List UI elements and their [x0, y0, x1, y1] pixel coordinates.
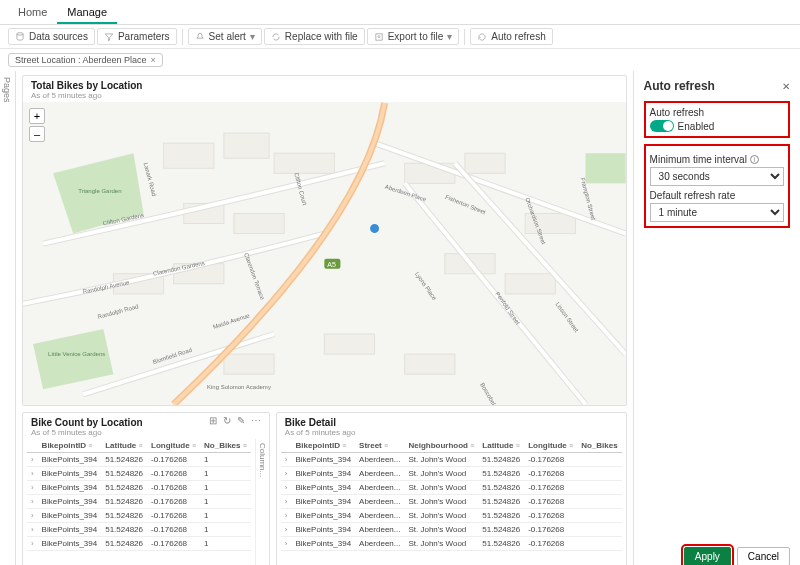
replace-file-button[interactable]: Replace with file: [264, 28, 365, 45]
filter-icon: [104, 32, 114, 42]
default-rate-select[interactable]: 1 minute: [650, 203, 784, 222]
table-row[interactable]: ›BikePoints_394Aberdeen...St. John's Woo…: [281, 495, 622, 509]
pin-icon[interactable]: ✎: [237, 415, 245, 426]
svg-rect-15: [465, 153, 505, 173]
svg-text:Little Venice
Gardens: Little Venice Gardens: [48, 351, 105, 357]
svg-rect-19: [324, 334, 374, 354]
svg-rect-20: [224, 354, 274, 374]
auto-refresh-button[interactable]: Auto refresh: [470, 28, 552, 45]
zoom-out-button[interactable]: –: [29, 126, 45, 142]
tab-manage[interactable]: Manage: [57, 0, 117, 24]
svg-text:Lanark Road: Lanark Road: [143, 162, 158, 197]
filter-pill[interactable]: Street Location : Aberdeen Place ×: [8, 53, 163, 67]
table-row[interactable]: ›BikePoints_39451.524826-0.1762681: [27, 523, 251, 537]
svg-text:Clarendon Terrace: Clarendon Terrace: [243, 252, 266, 301]
table-row[interactable]: ›BikePoints_39451.524826-0.1762681: [27, 453, 251, 467]
svg-rect-4: [585, 153, 625, 183]
tab-home[interactable]: Home: [8, 0, 57, 24]
close-icon[interactable]: ×: [151, 55, 156, 65]
svg-point-0: [17, 32, 23, 35]
svg-text:Triangle
Garden: Triangle Garden: [78, 188, 121, 194]
table-row[interactable]: ›BikePoints_394Aberdeen...St. John's Woo…: [281, 537, 622, 551]
chevron-down-icon: ▾: [447, 31, 452, 42]
refresh-icon: [477, 32, 487, 42]
svg-text:Frampton Street: Frampton Street: [579, 177, 596, 221]
svg-rect-11: [234, 213, 284, 233]
table-row[interactable]: ›BikePoints_39451.524826-0.1762681: [27, 537, 251, 551]
refresh-icon[interactable]: ↻: [223, 415, 231, 426]
export-icon: [374, 32, 384, 42]
replace-icon: [271, 32, 281, 42]
set-alert-button[interactable]: Set alert ▾: [188, 28, 262, 45]
pages-rail[interactable]: Pages: [0, 71, 16, 565]
table-row[interactable]: ›BikePoints_394Aberdeen...St. John's Woo…: [281, 523, 622, 537]
table-row[interactable]: ›BikePoints_39451.524826-0.1762681: [27, 495, 251, 509]
svg-rect-17: [505, 274, 555, 294]
svg-rect-9: [274, 153, 334, 173]
data-sources-button[interactable]: Data sources: [8, 28, 95, 45]
auto-refresh-toggle[interactable]: [650, 120, 674, 132]
zoom-in-button[interactable]: +: [29, 108, 45, 124]
svg-text:Boscobel Street: Boscobel Street: [479, 382, 506, 406]
svg-text:Penfold Street: Penfold Street: [494, 291, 521, 326]
auto-refresh-panel: Auto refresh ✕ Auto refresh Enabled Mini…: [633, 71, 800, 565]
bike-count-visual[interactable]: Bike Count by Location As of 5 minutes a…: [22, 412, 270, 565]
table-row[interactable]: ›BikePoints_39451.524826-0.1762681: [27, 481, 251, 495]
svg-text:A5: A5: [327, 261, 336, 268]
map-title: Total Bikes by Location: [31, 80, 618, 91]
svg-text:King Solomon
Academy: King Solomon Academy: [207, 384, 271, 390]
columns-rail[interactable]: Column...: [255, 439, 269, 565]
svg-text:Clifton Court: Clifton Court: [293, 172, 308, 206]
map-visual[interactable]: Total Bikes by Location As of 5 minutes …: [22, 75, 627, 406]
svg-rect-7: [164, 143, 214, 168]
table-row[interactable]: ›BikePoints_394Aberdeen...St. John's Woo…: [281, 509, 622, 523]
table-row[interactable]: ›BikePoints_39451.524826-0.1762681: [27, 509, 251, 523]
chevron-down-icon: ▾: [250, 31, 255, 42]
export-file-button[interactable]: Export to file ▾: [367, 28, 460, 45]
svg-text:Fisherton Street: Fisherton Street: [444, 194, 486, 216]
svg-text:Randolph Road: Randolph Road: [97, 303, 139, 320]
more-icon[interactable]: ⋯: [251, 415, 261, 426]
panel-title: Auto refresh: [644, 79, 715, 93]
bell-icon: [195, 32, 205, 42]
info-icon[interactable]: i: [750, 155, 759, 164]
map-data-point[interactable]: [369, 224, 379, 234]
bike-count-table[interactable]: BikepointID ≡ Latitude ≡ Longitude ≡ No_…: [27, 439, 251, 551]
min-interval-select[interactable]: 30 seconds: [650, 167, 784, 186]
drill-icon[interactable]: ⊞: [209, 415, 217, 426]
svg-rect-18: [405, 354, 455, 374]
map-subtitle: As of 5 minutes ago: [31, 91, 618, 100]
svg-marker-3: [33, 329, 113, 389]
close-icon[interactable]: ✕: [782, 81, 790, 92]
svg-text:Lisson Street: Lisson Street: [554, 301, 579, 333]
table-row[interactable]: ›BikePoints_394Aberdeen...St. John's Woo…: [281, 481, 622, 495]
svg-text:Lyons Place: Lyons Place: [414, 271, 438, 302]
table-row[interactable]: ›BikePoints_39451.524826-0.1762681: [27, 467, 251, 481]
bike-detail-table[interactable]: BikepointID ≡ Street ≡ Neighbourhood ≡ L…: [281, 439, 622, 551]
table-row[interactable]: ›BikePoints_394Aberdeen...St. John's Woo…: [281, 453, 622, 467]
database-icon: [15, 32, 25, 42]
parameters-button[interactable]: Parameters: [97, 28, 177, 45]
cancel-button[interactable]: Cancel: [737, 547, 790, 565]
table-row[interactable]: ›BikePoints_394Aberdeen...St. John's Woo…: [281, 467, 622, 481]
apply-button[interactable]: Apply: [684, 547, 731, 565]
map-canvas[interactable]: Triangle Garden Little Venice Gardens: [23, 102, 626, 405]
svg-rect-8: [224, 133, 269, 158]
bike-detail-visual[interactable]: Bike Detail As of 5 minutes ago Bikepoin…: [276, 412, 627, 565]
